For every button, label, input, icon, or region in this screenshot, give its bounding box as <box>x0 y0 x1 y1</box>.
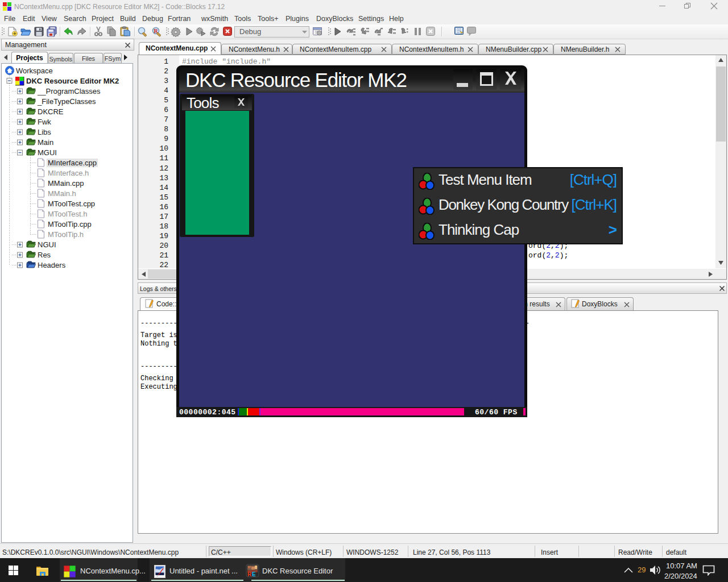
svg-text:R: R <box>247 571 252 577</box>
svg-text:E: E <box>252 571 256 577</box>
svg-text:Debug: Debug <box>239 27 261 36</box>
